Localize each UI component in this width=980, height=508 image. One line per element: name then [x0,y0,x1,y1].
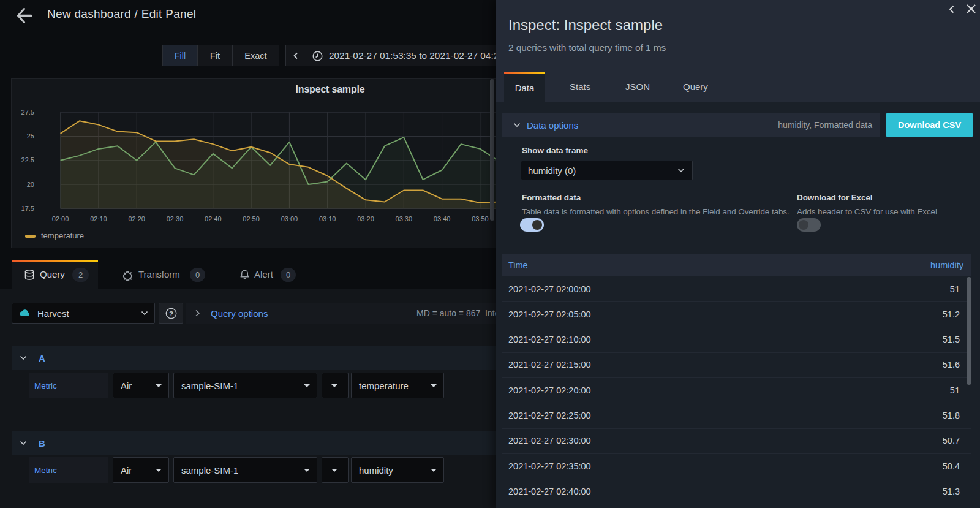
svg-text:?: ? [168,309,173,317]
